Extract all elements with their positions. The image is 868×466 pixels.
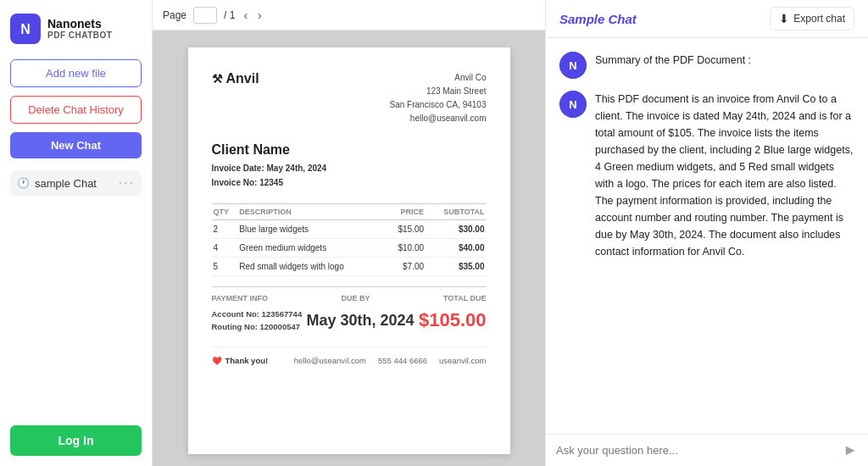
pdf-content-area: ⚒ Anvil Anvil Co 123 Main Street San Fra… — [153, 31, 545, 466]
footer-website: useanvil.com — [439, 356, 486, 365]
cell-price: $10.00 — [386, 239, 426, 258]
invoice-no: 12345 — [259, 178, 283, 187]
cell-subtotal: $30.00 — [426, 220, 486, 239]
col-qty: QTY — [212, 204, 238, 220]
pdf-toolbar: Page / 1 ‹ › — [153, 0, 545, 31]
export-chat-label: Export chat — [793, 13, 845, 25]
invoice-items-table: QTY DESCRIPTION PRICE SUBTOTAL 2 Blue la… — [212, 203, 487, 276]
delete-chat-history-button[interactable]: Delete Chat History — [10, 96, 142, 124]
invoice-footer: ❤️ Thank you! hello@useanvil.com 555 444… — [212, 347, 487, 365]
heart-icon: ❤️ — [212, 356, 222, 365]
add-new-file-button[interactable]: Add new file — [10, 59, 142, 87]
payment-info-label: PAYMENT INFO — [212, 294, 269, 302]
thank-you-text: Thank you! — [225, 356, 269, 365]
routing-no-label: Routing No: — [212, 322, 258, 331]
footer-phone: 555 444 6666 — [378, 356, 427, 365]
company-addr2: 123 Main Street — [390, 85, 487, 98]
prev-page-button[interactable]: ‹ — [242, 8, 249, 22]
total-pages: / 1 — [224, 9, 235, 21]
chat-message-2: N This PDF document is an invoice from A… — [559, 91, 854, 260]
anvil-logo-icon: ⚒ — [212, 72, 223, 86]
chat-input-area: ► — [546, 434, 868, 466]
clock-icon: 🕐 — [17, 177, 30, 189]
table-row: 5 Red small widgets with logo $7.00 $35.… — [212, 258, 487, 276]
message-text-1: Summary of the PDF Document : — [595, 52, 751, 69]
client-name: Client Name — [212, 142, 487, 158]
col-subtotal: SUBTOTAL — [426, 204, 486, 220]
invoice-document: ⚒ Anvil Anvil Co 123 Main Street San Fra… — [188, 47, 510, 454]
page-label: Page — [163, 9, 186, 21]
export-chat-button[interactable]: ⬇ Export chat — [770, 7, 854, 31]
invoice-logo: ⚒ Anvil — [212, 71, 259, 86]
cell-subtotal: $35.00 — [426, 258, 486, 276]
page-number-input[interactable] — [193, 7, 217, 24]
invoice-client-section: Client Name Invoice Date: May 24th, 2024… — [212, 142, 487, 190]
chat-list: 🕐 sample Chat ··· — [10, 170, 142, 196]
bot-avatar-2: N — [559, 91, 587, 118]
cell-subtotal: $40.00 — [426, 239, 486, 258]
invoice-meta: Invoice Date: May 24th, 2024 Invoice No:… — [212, 161, 487, 190]
sidebar: N Nanonets PDF CHATBOT Add new file Dele… — [0, 0, 153, 466]
cell-price: $15.00 — [386, 220, 426, 239]
cell-qty: 5 — [212, 258, 238, 276]
message-text-2: This PDF document is an invoice from Anv… — [595, 91, 854, 260]
download-icon: ⬇ — [779, 12, 789, 25]
chat-panel: Sample Chat ⬇ Export chat N Summary of t… — [546, 0, 868, 466]
cell-desc: Blue large widgets — [237, 220, 385, 239]
account-no-label: Account No: — [212, 309, 259, 319]
cell-desc: Green medium widgets — [237, 239, 385, 258]
company-addr1: Anvil Co — [390, 71, 487, 85]
bot-avatar-1: N — [559, 52, 587, 79]
company-addr3: San Francisco CA, 94103 — [390, 98, 487, 112]
svg-text:N: N — [20, 22, 31, 36]
total-due-label: TOTAL DUE — [443, 294, 487, 302]
due-by-label: DUE BY — [341, 294, 370, 302]
invoice-company-address: Anvil Co 123 Main Street San Francisco C… — [390, 71, 487, 125]
invoice-no-label: Invoice No: — [212, 178, 258, 187]
invoice-date: May 24th, 2024 — [267, 164, 327, 173]
logo-area: N Nanonets PDF CHATBOT — [10, 10, 142, 51]
send-message-button[interactable]: ► — [843, 441, 858, 459]
cell-price: $7.00 — [386, 258, 426, 276]
invoice-payment-section: PAYMENT INFO DUE BY TOTAL DUE Account No… — [212, 286, 487, 333]
login-button[interactable]: Log In — [10, 425, 142, 456]
footer-email: hello@useanvil.com — [294, 356, 366, 365]
chat-header: Sample Chat ⬇ Export chat — [546, 0, 868, 38]
invoice-company-name: Anvil — [226, 71, 259, 86]
next-page-button[interactable]: › — [256, 8, 264, 22]
cell-qty: 4 — [212, 239, 238, 258]
payment-info-details: Account No: 123567744 Routing No: 120000… — [212, 308, 303, 333]
cell-desc: Red small widgets with logo — [237, 258, 385, 276]
chat-input[interactable] — [556, 444, 836, 457]
col-price: PRICE — [386, 204, 426, 220]
pdf-viewer: Page / 1 ‹ › ⚒ Anvil Anvil Co 123 Main S… — [153, 0, 546, 466]
total-due-amount: $105.00 — [419, 309, 487, 331]
chat-list-item[interactable]: 🕐 sample Chat ··· — [10, 170, 142, 196]
table-row: 2 Blue large widgets $15.00 $30.00 — [212, 220, 487, 239]
routing-no: 120000547 — [259, 322, 300, 331]
col-description: DESCRIPTION — [237, 204, 385, 220]
table-row: 4 Green medium widgets $10.00 $40.00 — [212, 239, 487, 258]
invoice-date-label: Invoice Date: — [212, 164, 264, 173]
chat-title: Sample Chat — [559, 12, 637, 26]
nanonets-logo-icon: N — [10, 14, 41, 44]
logo-title: Nanonets — [47, 17, 112, 31]
svg-text:N: N — [569, 59, 576, 72]
company-email: hello@useanvil.com — [390, 112, 487, 125]
chat-item-name: sample Chat — [35, 177, 97, 190]
chat-item-menu-dots[interactable]: ··· — [119, 175, 135, 191]
chat-messages-area: N Summary of the PDF Document : N This P… — [546, 38, 868, 434]
logo-subtitle: PDF CHATBOT — [47, 31, 112, 41]
new-chat-button[interactable]: New Chat — [10, 132, 142, 158]
cell-qty: 2 — [212, 220, 238, 239]
svg-text:N: N — [569, 98, 576, 111]
due-date: May 30th, 2024 — [307, 312, 415, 330]
account-no: 123567744 — [262, 309, 303, 319]
chat-message-1: N Summary of the PDF Document : — [559, 52, 854, 79]
